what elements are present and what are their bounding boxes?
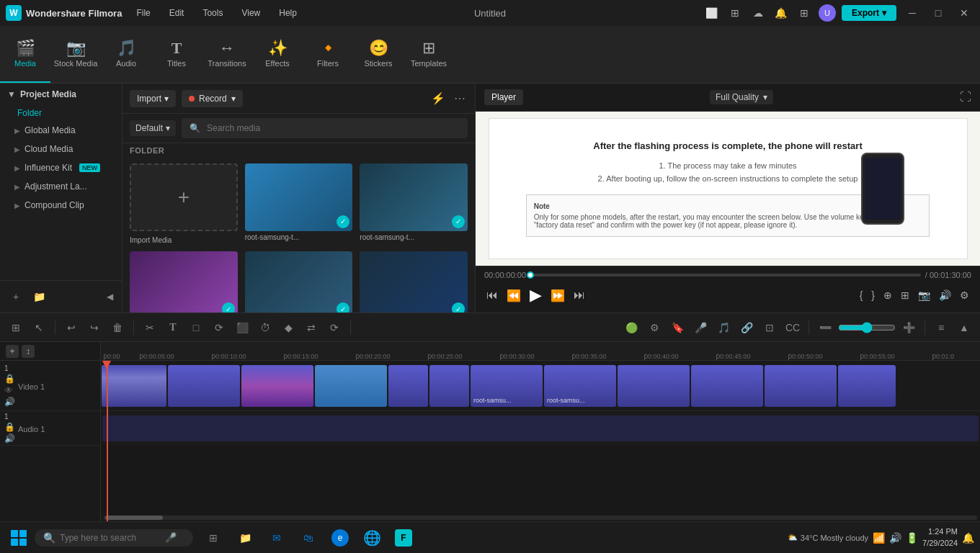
taskbar-app-mail[interactable]: ✉ [262,525,291,551]
taskbar-app-filmora[interactable]: F [389,525,418,551]
menu-file[interactable]: File [133,6,153,19]
toolbar-effects[interactable]: ✨ Effects [252,26,303,83]
toolbar-audio[interactable]: 🎵 Audio [101,26,151,83]
playhead[interactable] [107,361,108,521]
toolbar-stock-media[interactable]: 📷 Stock Media [50,26,101,83]
menu-tools[interactable]: Tools [200,6,226,19]
start-button[interactable] [6,525,32,551]
step-back-icon[interactable]: ⏪ [504,287,523,305]
bracket-out-icon[interactable]: } [869,287,877,303]
audio-volume-icon[interactable]: 🔊 [4,433,15,444]
append-icon[interactable]: ⊞ [899,287,912,303]
skip-forward-icon[interactable]: ⏭ [571,287,587,304]
layout-options-icon[interactable]: ≡ [931,318,951,338]
link-icon[interactable]: 🔗 [736,318,757,338]
taskbar-search-box[interactable]: 🔍 🎤 [35,529,193,547]
battery-icon[interactable]: 🔋 [906,532,918,544]
crop-tool-icon[interactable]: □ [186,318,206,338]
system-clock[interactable]: 1:24 PM 7/29/2024 [922,526,958,549]
maximize-button[interactable]: □ [928,4,948,22]
tab-player[interactable]: Player [484,89,523,105]
menu-edit[interactable]: Edit [166,6,187,19]
minimize-button[interactable]: ─ [902,4,922,22]
fullscreen-icon[interactable]: ⛶ [960,91,971,104]
zoom-in-icon[interactable]: ➕ [899,318,919,338]
redo-button[interactable]: ↪ [84,318,104,338]
preview-progress-track[interactable] [530,274,921,276]
video-clip[interactable] [765,365,837,407]
media-item[interactable]: ✓ root-samsung-t... [245,251,353,313]
insert-icon[interactable]: ⊕ [881,287,894,303]
add-track-button[interactable]: + [6,345,19,358]
sidebar-item-adjustment-layer[interactable]: ▶ Adjustment La... [0,177,122,196]
more-options-icon[interactable]: ⋯ [452,89,468,107]
media-item[interactable]: ✓ root-samsung-t... [130,251,238,313]
cut-button[interactable]: ✂ [140,318,160,338]
taskbar-app-store[interactable]: 🛍 [294,525,323,551]
quality-select[interactable]: Full Quality ▾ [710,90,773,104]
play-button[interactable]: ▶ [527,284,544,307]
zoom-out-icon[interactable]: ➖ [815,318,835,338]
cloud-icon[interactable]: ☁ [749,4,767,22]
taskbar-search-voice-icon[interactable]: 🎤 [165,532,177,543]
taskbar-search-input[interactable] [60,533,161,543]
video-clip[interactable] [691,365,763,407]
video-clip[interactable] [388,365,428,407]
audio-lock-icon[interactable]: 🔒 [4,422,15,432]
stabilize-icon[interactable]: ⟳ [324,318,344,338]
record-button[interactable]: Record ▾ [182,90,243,107]
collapse-track-button[interactable]: ↕ [22,345,35,358]
video-clip[interactable] [168,365,240,407]
toolbar-media[interactable]: 🎬 Media [0,26,50,83]
close-button[interactable]: ✕ [954,4,974,22]
wifi-icon[interactable]: 📶 [873,532,885,544]
export-button[interactable]: Export ▾ [842,5,896,21]
sort-button[interactable]: Default ▾ [130,120,176,136]
menu-help[interactable]: Help [276,6,300,19]
taskbar-app-task-view[interactable]: ⊞ [199,525,228,551]
sidebar-item-global-media[interactable]: ▶ Global Media [0,121,122,140]
toolbar-templates[interactable]: ⊞ Templates [404,26,454,83]
audio-stretch-icon[interactable]: ⇄ [301,318,321,338]
folder-new-button[interactable]: 📁 [29,287,49,307]
import-media-item[interactable]: + Import Media [130,163,238,244]
media-item[interactable]: ✓ root-samsung-t... [360,251,468,313]
import-button[interactable]: Import ▾ [130,90,176,107]
audio-track-icon[interactable]: 🎵 [713,318,734,338]
video-clip[interactable] [315,365,387,407]
scrollbar-track[interactable] [104,516,977,520]
toolbar-transitions[interactable]: ↔ Transitions [202,26,252,83]
volume-icon[interactable]: 🔊 [937,287,953,303]
video-clip[interactable] [838,365,896,407]
user-avatar[interactable]: U [819,4,836,22]
select-tool-icon[interactable]: ↖ [29,318,49,338]
mark-icon[interactable]: 🔖 [667,318,687,338]
search-box[interactable]: 🔍 [182,118,468,138]
toolbar-titles[interactable]: T Titles [151,26,202,83]
import-media-button[interactable]: + [130,163,238,231]
volume-taskbar-icon[interactable]: 🔊 [889,532,901,544]
delete-button[interactable]: 🗑 [107,318,128,338]
media-item[interactable]: ✓ root-samsung-t... [245,163,353,244]
speed-tool-icon[interactable]: ⏱ [255,318,275,338]
collapse-panel-button[interactable]: ◀ [103,287,116,307]
video-clip[interactable] [618,365,690,407]
search-input[interactable] [207,123,462,133]
video-clip[interactable] [102,365,166,407]
skip-back-icon[interactable]: ⏮ [484,287,500,304]
volume-track-icon[interactable]: 🔊 [4,397,15,407]
video-clip[interactable]: root-samsu... [471,365,543,407]
add-media-button[interactable]: + [6,287,26,307]
dual-monitor-icon[interactable]: ⊞ [726,4,744,22]
project-media-header[interactable]: ▼ Project Media [0,84,122,105]
ripple-icon[interactable]: ⚙ [644,318,664,338]
taskbar-app-file-manager[interactable]: 📁 [231,525,259,551]
preview-scrubber[interactable] [527,271,534,279]
video-clip[interactable] [429,365,469,407]
mic-icon[interactable]: 🎤 [690,318,710,338]
folder-button[interactable]: Folder [0,105,122,121]
mask-tool-icon[interactable]: ⬛ [232,318,252,338]
grid-icon[interactable]: ⊞ [796,4,813,22]
zoom-range-input[interactable] [838,322,896,333]
undo-button[interactable]: ↩ [61,318,81,338]
